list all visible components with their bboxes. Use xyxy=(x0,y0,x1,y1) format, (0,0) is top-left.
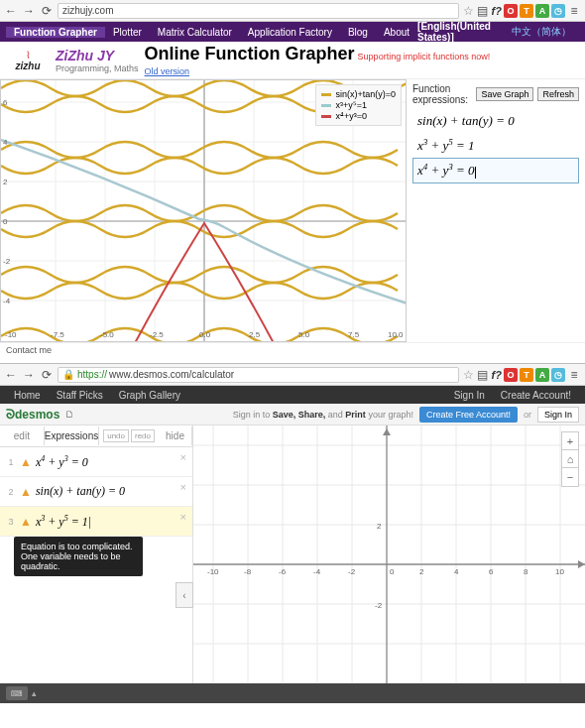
url-bar[interactable]: 🔒 https://www.desmos.com/calculator xyxy=(58,367,459,383)
ext-t-icon[interactable]: T xyxy=(520,368,533,382)
warning-icon[interactable]: ▲ xyxy=(20,455,32,469)
desmos-main: edit Expressions undo redo hide 1 ▲ x4 +… xyxy=(0,425,585,683)
new-doc-icon[interactable]: 🗋 xyxy=(65,410,74,420)
x-tick: -10 xyxy=(5,330,17,339)
nav-home[interactable]: Home xyxy=(6,390,49,401)
desmos-logo[interactable]: ᘐdesmos xyxy=(6,407,59,423)
expression-row-1[interactable]: 1 ▲ x4 + y3 = 0 × xyxy=(0,447,192,477)
nav-staff-picks[interactable]: Staff Picks xyxy=(49,390,111,401)
nav-graph-gallery[interactable]: Graph Gallery xyxy=(111,390,188,401)
lang-en[interactable]: [English(United States)] xyxy=(417,21,504,43)
x-tick: 7.5 xyxy=(348,330,359,339)
lock-icon: 🔒 xyxy=(62,369,74,380)
graph-legend: sin(x)+tan(y)=0 x³+y⁵=1 x⁴+y³=0 xyxy=(315,84,402,126)
row-expression[interactable]: sin(x) + tan(y) = 0 xyxy=(36,484,186,499)
nav-signin[interactable]: Sign In xyxy=(446,390,493,401)
extension-tray: ☆ ▤ f? O T A ◷ ≡ xyxy=(463,4,581,18)
zoom-controls: + ⌂ − xyxy=(561,431,579,487)
back-icon[interactable]: ← xyxy=(4,368,18,382)
menu-icon[interactable]: ≡ xyxy=(567,4,581,18)
page-icon[interactable]: ▤ xyxy=(476,368,490,382)
ext-t-icon[interactable]: T xyxy=(520,4,533,18)
collapse-panel-icon[interactable]: ‹ xyxy=(176,582,193,608)
forward-icon[interactable]: → xyxy=(22,368,36,382)
signin-button[interactable]: Sign In xyxy=(537,407,579,423)
expression-row-3[interactable]: 3 ▲ x3 + y5 = 1| × Equation is too compl… xyxy=(0,507,192,537)
warning-icon[interactable]: ▲ xyxy=(20,485,32,499)
refresh-button[interactable]: Refresh xyxy=(537,87,579,101)
main-content: -10 -7.5 -5.0 -2.5 0.0 2.5 5.0 7.5 10.0 … xyxy=(0,79,585,342)
expression-list-header: edit Expressions undo redo hide xyxy=(0,425,192,447)
nav-create-account[interactable]: Create Account! xyxy=(493,390,579,401)
contact-link[interactable]: Contact me xyxy=(0,342,585,357)
tab-hide[interactable]: hide xyxy=(159,426,192,445)
page-icon[interactable]: ▤ xyxy=(476,4,490,18)
forward-icon[interactable]: → xyxy=(22,4,36,18)
undo-button[interactable]: undo xyxy=(103,429,129,442)
brand-block: ZiZhu JY Programming, Maths xyxy=(56,48,139,73)
bookmark-icon[interactable]: ☆ xyxy=(463,368,474,382)
expand-icon[interactable]: ▴ xyxy=(32,688,37,698)
tab-expressions[interactable]: Expressions xyxy=(45,426,99,445)
error-tooltip: Equation is too complicated. One variabl… xyxy=(14,537,143,576)
old-version-link[interactable]: Old version xyxy=(145,66,190,76)
ext-f-icon[interactable]: f? xyxy=(492,369,502,381)
nav-appfactory[interactable]: Application Factory xyxy=(240,27,340,38)
lang-cn[interactable]: 中文（简体） xyxy=(504,25,579,39)
site-logo[interactable]: ⌇ zizhu xyxy=(6,47,50,74)
x-tick: -8 xyxy=(244,567,251,576)
nav-about[interactable]: About xyxy=(376,27,417,38)
redo-button[interactable]: redo xyxy=(131,429,155,442)
brand-subtitle: Programming, Maths xyxy=(56,63,139,73)
ext-a-icon[interactable]: A xyxy=(535,4,549,18)
desmos-graph-svg xyxy=(193,425,585,683)
nav-matrix[interactable]: Matrix Calculator xyxy=(150,27,240,38)
ext-o-icon[interactable]: O xyxy=(504,4,518,18)
nav-plotter[interactable]: Plotter xyxy=(105,27,150,38)
ext-a-icon[interactable]: A xyxy=(535,368,549,382)
ext-cam-icon[interactable]: ◷ xyxy=(551,368,565,382)
delete-row-icon[interactable]: × xyxy=(180,511,186,523)
desmos-graph[interactable]: -10 -8 -6 -4 -2 0 2 4 6 8 10 2 -2 + ⌂ − xyxy=(193,425,585,683)
x-tick: 5.0 xyxy=(298,330,309,339)
zoom-out-button[interactable]: − xyxy=(562,468,578,486)
row-expression[interactable]: x3 + y5 = 1| xyxy=(36,514,186,530)
save-graph-button[interactable]: Save Graph xyxy=(476,87,533,101)
expression-2[interactable]: x3 + y5 = 1 xyxy=(412,133,579,158)
expressions-label: Function expressions: xyxy=(412,83,472,105)
expression-1[interactable]: sin(x) + tan(y) = 0 xyxy=(412,109,579,133)
delete-row-icon[interactable]: × xyxy=(180,481,186,493)
x-tick: 10.0 xyxy=(388,330,404,339)
zoom-in-button[interactable]: + xyxy=(562,432,578,450)
url-text: www.desmos.com/calculator xyxy=(109,369,234,380)
x-tick: 2.5 xyxy=(249,330,260,339)
tab-edit[interactable]: edit xyxy=(0,426,45,445)
expression-3[interactable]: x4 + y3 = 0 xyxy=(412,158,579,182)
function-graph[interactable]: -10 -7.5 -5.0 -2.5 0.0 2.5 5.0 7.5 10.0 … xyxy=(0,79,407,342)
ext-cam-icon[interactable]: ◷ xyxy=(551,4,565,18)
url-bar[interactable]: zizhujy.com xyxy=(58,3,459,19)
expression-row-2[interactable]: 2 ▲ sin(x) + tan(y) = 0 × xyxy=(0,477,192,507)
ext-o-icon[interactable]: O xyxy=(504,368,518,382)
menu-icon[interactable]: ≡ xyxy=(567,368,581,382)
warning-icon[interactable]: ▲ xyxy=(20,515,32,529)
svg-marker-31 xyxy=(578,560,585,568)
nav-function-grapher[interactable]: Function Grapher xyxy=(6,27,105,38)
desmos-nav: Home Staff Picks Graph Gallery Sign In C… xyxy=(0,386,585,404)
reload-icon[interactable]: ⟳ xyxy=(40,368,54,382)
site-nav: Function Grapher Plotter Matrix Calculat… xyxy=(0,22,585,42)
nav-blog[interactable]: Blog xyxy=(340,27,376,38)
ext-f-icon[interactable]: f? xyxy=(492,5,502,17)
url-prefix: https:// xyxy=(77,369,107,380)
bookmark-icon[interactable]: ☆ xyxy=(463,4,474,18)
row-expression[interactable]: x4 + y3 = 0 xyxy=(36,454,186,470)
create-free-account-button[interactable]: Create Free Account! xyxy=(419,407,518,423)
reload-icon[interactable]: ⟳ xyxy=(40,4,54,18)
x-tick: -7.5 xyxy=(51,330,64,339)
x-tick: -6 xyxy=(279,567,286,576)
delete-row-icon[interactable]: × xyxy=(180,451,186,463)
keyboard-icon[interactable]: ⌨ xyxy=(6,686,28,700)
zoom-home-button[interactable]: ⌂ xyxy=(562,450,578,468)
back-icon[interactable]: ← xyxy=(4,4,18,18)
logo-text: zizhu xyxy=(16,61,41,71)
